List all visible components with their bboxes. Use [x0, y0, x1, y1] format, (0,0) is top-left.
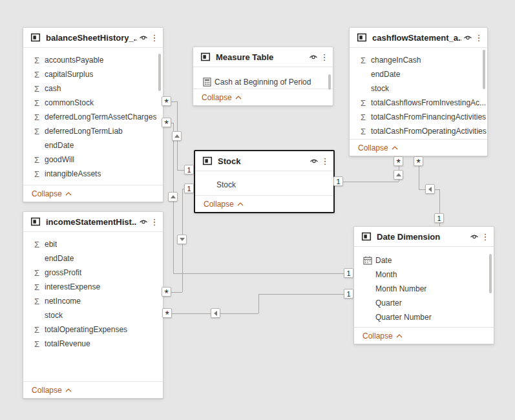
- table-header[interactable]: incomeStatementHist... ⋮: [23, 212, 163, 231]
- eye-icon[interactable]: [468, 230, 481, 243]
- eye-icon[interactable]: [137, 215, 150, 228]
- chevron-up-icon: [65, 192, 72, 196]
- more-options-icon[interactable]: ⋮: [321, 156, 330, 166]
- eye-icon[interactable]: [308, 154, 321, 167]
- field-row[interactable]: Σcash: [23, 81, 163, 96]
- sigma-icon: Σ: [32, 112, 42, 122]
- collapse-link[interactable]: Collapse: [202, 93, 242, 102]
- field-row[interactable]: ΣtotalCashFromOperatingActivities: [350, 124, 487, 138]
- field-name: endDate: [45, 141, 74, 150]
- field-row[interactable]: ΣdeferredLongTermLiab: [23, 124, 163, 138]
- cardinality-one-label: 1: [187, 185, 191, 193]
- cardinality-many-badge[interactable]: *: [162, 308, 172, 318]
- collapse-link[interactable]: Collapse: [358, 143, 398, 152]
- table-card-stock[interactable]: Stock ⋮ Stock Collapse: [194, 150, 335, 213]
- table-title: Stock: [218, 156, 308, 166]
- field-row[interactable]: ΣchangeInCash: [350, 53, 487, 67]
- field-row[interactable]: ΣcommonStock: [23, 96, 163, 110]
- more-options-icon[interactable]: ⋮: [481, 232, 490, 242]
- more-options-icon[interactable]: ⋮: [150, 217, 159, 227]
- filter-direction-down-icon: [177, 235, 187, 244]
- field-name: grossProfit: [45, 268, 81, 277]
- sigma-icon: Σ: [32, 98, 42, 108]
- field-row[interactable]: Cash at Beginning of Period: [193, 75, 333, 89]
- cardinality-many-badge[interactable]: *: [414, 156, 423, 166]
- collapse-link[interactable]: Collapse: [363, 331, 403, 341]
- field-row[interactable]: ΣtotalRevenue: [23, 337, 163, 351]
- field-row[interactable]: ΣcapitalSurplus: [23, 67, 163, 81]
- field-row[interactable]: Date: [354, 253, 494, 268]
- table-header[interactable]: balanceSheetHistory_... ⋮: [23, 28, 163, 47]
- more-options-icon[interactable]: ⋮: [474, 33, 483, 43]
- table-card-incomeStatementHistory[interactable]: incomeStatementHist... ⋮ Σebit endDate Σ…: [23, 211, 163, 399]
- table-card-balanceSheetHistory[interactable]: balanceSheetHistory_... ⋮ ΣaccountsPayab…: [23, 27, 163, 202]
- collapse-link[interactable]: Collapse: [32, 386, 72, 395]
- table-icon: [30, 32, 41, 43]
- scrollbar-thumb[interactable]: [328, 74, 331, 90]
- table-icon: [200, 51, 211, 63]
- field-row[interactable]: ΣtotalCashFromFinancingActivities: [350, 110, 487, 124]
- collapse-link[interactable]: Collapse: [32, 189, 72, 198]
- table-header[interactable]: Date Dimension ⋮: [354, 227, 494, 246]
- model-view-canvas[interactable]: * 1 * 1 * 1 * 1 1 *: [0, 0, 515, 420]
- more-options-icon[interactable]: ⋮: [320, 52, 329, 62]
- table-header[interactable]: Stock ⋮: [195, 151, 333, 171]
- table-header[interactable]: cashflowStatement_a... ⋮: [350, 28, 487, 47]
- field-row[interactable]: ΣintangibleAssets: [23, 167, 163, 181]
- field-row[interactable]: endDate: [350, 67, 487, 81]
- field-row[interactable]: Month: [354, 268, 494, 282]
- field-row[interactable]: ΣinterestExpense: [23, 280, 163, 294]
- cardinality-one-badge[interactable]: 1: [184, 184, 194, 193]
- collapse-link[interactable]: Collapse: [204, 200, 244, 209]
- relationship-line: [335, 182, 399, 182]
- cardinality-one-badge[interactable]: 1: [344, 289, 353, 299]
- table-card-date-dimension[interactable]: Date Dimension ⋮ Date Month Month Number…: [353, 226, 494, 344]
- field-row[interactable]: Σebit: [23, 237, 163, 251]
- scrollbar-thumb[interactable]: [483, 50, 485, 89]
- cardinality-one-badge[interactable]: 1: [434, 213, 444, 223]
- more-options-icon[interactable]: ⋮: [150, 33, 159, 43]
- field-row[interactable]: ΣtotalCashflowsFromInvestingAc...: [350, 96, 487, 110]
- cardinality-many-label: *: [164, 98, 168, 109]
- field-row[interactable]: Stock: [195, 178, 333, 192]
- scrollbar-thumb[interactable]: [158, 54, 161, 91]
- cardinality-one-badge[interactable]: 1: [344, 268, 353, 278]
- field-row[interactable]: Month Number: [354, 282, 494, 296]
- field-row[interactable]: ΣgoodWill: [23, 152, 163, 167]
- table-card-measure-table[interactable]: Measure Table ⋮ Cash at Beginning of Per…: [193, 47, 333, 106]
- cardinality-one-badge[interactable]: 1: [184, 165, 194, 174]
- field-name: accountsPayable: [45, 56, 103, 65]
- field-row[interactable]: endDate: [23, 251, 163, 266]
- field-row[interactable]: ΣaccountsPayable: [23, 53, 163, 67]
- sigma-icon: Σ: [32, 154, 42, 165]
- scrollbar-thumb[interactable]: [489, 254, 492, 293]
- eye-icon[interactable]: [137, 31, 150, 44]
- field-row[interactable]: ΣtotalOperatingExpenses: [23, 322, 163, 337]
- eye-icon[interactable]: [461, 31, 474, 44]
- cardinality-many-badge[interactable]: *: [162, 118, 171, 127]
- cardinality-many-badge[interactable]: *: [162, 287, 171, 297]
- field-row[interactable]: ΣdeferredLongTermAssetCharges: [23, 110, 163, 124]
- field-row[interactable]: Quarter Number: [354, 310, 494, 324]
- collapse-footer: Collapse: [350, 139, 487, 156]
- field-row[interactable]: ΣnetIncome: [23, 294, 163, 308]
- cardinality-one-badge[interactable]: 1: [333, 176, 343, 186]
- field-row[interactable]: endDate: [23, 138, 163, 152]
- field-row[interactable]: Quarter: [354, 296, 494, 310]
- eye-icon[interactable]: [307, 50, 320, 63]
- cardinality-one-label: 1: [437, 215, 441, 222]
- relationship-line: [258, 294, 259, 313]
- cardinality-many-badge[interactable]: *: [394, 156, 403, 166]
- field-name: capitalSurplus: [45, 70, 93, 79]
- table-card-cashflowStatement[interactable]: cashflowStatement_a... ⋮ ΣchangeInCash e…: [349, 27, 488, 156]
- table-header[interactable]: Measure Table ⋮: [193, 47, 333, 67]
- cardinality-many-badge[interactable]: *: [162, 96, 171, 106]
- chevron-up-icon: [392, 146, 398, 150]
- field-row[interactable]: stock: [23, 308, 163, 322]
- chevron-up-icon: [235, 96, 242, 100]
- sigma-icon: Σ: [32, 324, 42, 335]
- field-row[interactable]: stock: [350, 81, 487, 96]
- collapse-label: Collapse: [358, 143, 388, 152]
- field-row[interactable]: ΣgrossProfit: [23, 266, 163, 280]
- sigma-icon: Σ: [32, 69, 42, 79]
